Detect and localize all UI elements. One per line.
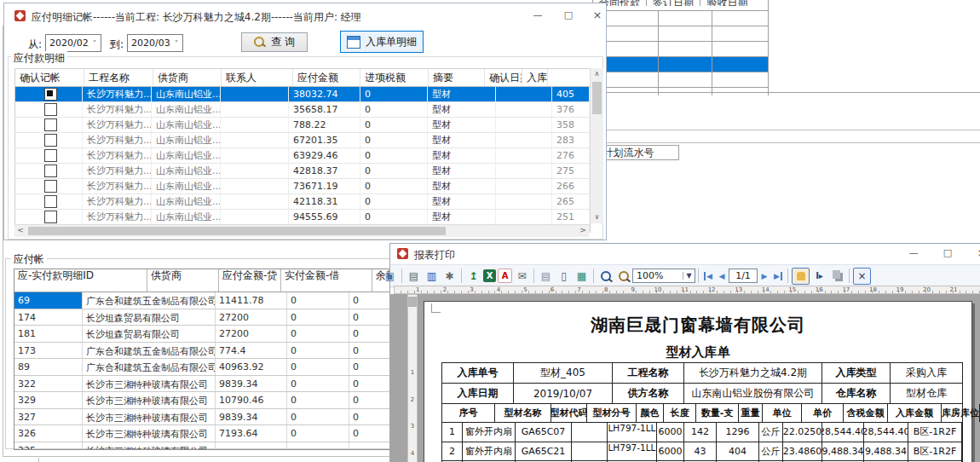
vertical-scrollbar[interactable]: ∧ ∨	[590, 68, 603, 223]
horizontal-scrollbar[interactable]: < >	[14, 224, 589, 237]
zoom-in-icon[interactable]	[597, 269, 614, 284]
report-print-titlebar[interactable]: 报表打印 — □ ×	[390, 244, 980, 264]
contract-table-row[interactable]	[593, 11, 768, 26]
separator[interactable]	[401, 269, 402, 283]
payable-detail-row[interactable]: 长沙万科魅力... 山东南山铝业... 35658.17 0 型材 376	[15, 102, 590, 118]
last-page-button[interactable]: ▶	[772, 269, 784, 284]
payable-account-row[interactable]: 89 广东合和建筑五金制品有限公司 40963.92 0 0	[14, 359, 441, 376]
payable-detail-titlebar[interactable]: 应付明细记帐------当前工程: 长沙万科魅力之城4.2期------当前用户…	[4, 3, 606, 27]
zoom-out-icon[interactable]	[615, 269, 631, 284]
payable-account-row[interactable]: 174 长沙坦森贸易有限公司 27200 0 0	[14, 309, 441, 326]
single-page-view-icon[interactable]: ▯	[556, 269, 572, 284]
payable-detail-row[interactable]: 长沙万科魅力... 山东南山铝业... 67201.35 0 型材 283	[15, 133, 590, 148]
query-button[interactable]: 查 询	[241, 32, 308, 52]
payable-detail-row[interactable]: 长沙万科魅力... 山东南山铝业... 94555.69 0 型材 251	[15, 210, 590, 225]
column-header[interactable]: 供货商	[147, 269, 219, 292]
confirm-checkbox[interactable]	[44, 88, 57, 101]
column-header[interactable]: 进项税额	[360, 69, 429, 86]
payable-account-row[interactable]: 173 广东合和建筑五金制品有限公司 774.4 0 0	[14, 343, 441, 360]
pdf-export-icon[interactable]: A	[498, 269, 512, 283]
scrollbar-thumb[interactable]	[28, 227, 446, 235]
payable-detail-row[interactable]: 长沙万科魅力... 山东南山铝业... 42118.31 0 型材 265	[15, 194, 590, 210]
payable-account-row[interactable]: 329 长沙市三湘特种玻璃有限公司 10790.46 0 0	[14, 392, 441, 409]
maximize-button[interactable]: □	[941, 246, 954, 260]
app-logo-icon	[397, 248, 408, 259]
close-button[interactable]: ×	[591, 9, 604, 22]
payable-detail-row[interactable]: 长沙万科魅力... 山东南山铝业... 38032.74 0 型材 405	[15, 87, 590, 102]
minimize-button[interactable]: —	[531, 9, 545, 22]
column-header[interactable]: 联系人	[222, 69, 293, 86]
confirm-checkbox[interactable]	[44, 149, 57, 162]
confirm-checkbox[interactable]	[44, 118, 57, 131]
separator[interactable]	[461, 269, 462, 283]
prev-page-button[interactable]: ◀	[716, 269, 728, 284]
hand-tool-icon[interactable]	[792, 268, 810, 285]
text-select-tool-icon[interactable]: I▸	[811, 269, 827, 284]
chevron-down-icon[interactable]: ˅	[170, 39, 182, 48]
close-preview-icon[interactable]: ×	[853, 268, 871, 285]
payable-detail-row[interactable]: 长沙万科魅力... 山东南山铝业... 42818.37 0 型材 275	[15, 164, 590, 179]
confirm-checkbox[interactable]	[44, 165, 57, 177]
scroll-left-icon[interactable]: <	[14, 225, 26, 237]
scroll-up-icon[interactable]: ∧	[591, 68, 603, 80]
print-setup-icon[interactable]: ▤	[538, 269, 554, 284]
page-number-field[interactable]: 1/1	[729, 269, 758, 283]
column-header[interactable]: 应-实付款明细ID	[14, 269, 147, 292]
column-header[interactable]: 应付金额	[293, 69, 360, 86]
page-setup-icon[interactable]: ▥	[424, 269, 440, 284]
contract-table-row[interactable]	[593, 26, 768, 42]
column-header[interactable]: 入库	[522, 69, 548, 86]
payable-account-row[interactable]: 325 长沙市三湘特种玻璃有限公司	[14, 442, 441, 449]
separator[interactable]	[593, 269, 594, 283]
payable-account-row[interactable]: 322 长沙市三湘特种玻璃有限公司 9839.34 0 0	[14, 376, 441, 393]
column-header[interactable]: 摘要	[429, 69, 485, 86]
close-button[interactable]: ×	[975, 246, 980, 260]
payable-detail-row[interactable]: 长沙万科魅力... 山东南山铝业... 73671.19 0 型材 266	[15, 179, 590, 194]
confirm-checkbox[interactable]	[44, 180, 57, 193]
column-header[interactable]: 确认记帐	[15, 69, 84, 86]
confirm-checkbox[interactable]	[44, 211, 57, 223]
payable-account-row[interactable]: 181 长沙坦森贸易有限公司 27200 0 0	[14, 326, 441, 343]
confirm-checkbox[interactable]	[44, 134, 57, 147]
maximize-button[interactable]: □	[562, 9, 575, 22]
print-icon[interactable]: ▤	[406, 269, 422, 284]
chevron-down-icon[interactable]: ˅	[89, 39, 101, 48]
column-header[interactable]: 供货商	[153, 69, 222, 86]
contract-table-row[interactable]	[593, 42, 768, 57]
excel-export-icon[interactable]: X	[483, 269, 496, 282]
preview-pane-icon[interactable]: ▣	[382, 269, 398, 284]
contract-table-row[interactable]	[593, 57, 768, 72]
payable-detail-row[interactable]: 长沙万科魅力... 山东南山铝业... 63929.46 0 型材 276	[15, 148, 590, 164]
export-icon[interactable]: ↥	[465, 269, 481, 284]
zoom-select[interactable]: 100% ▼	[632, 269, 695, 283]
next-page-button[interactable]: ▶	[758, 269, 770, 284]
scroll-right-icon[interactable]: >	[577, 225, 589, 237]
confirm-checkbox[interactable]	[44, 103, 57, 116]
from-date-combo[interactable]: 2020/02/29 ˅	[45, 34, 101, 52]
minimize-button[interactable]: —	[907, 246, 920, 260]
payable-detail-row[interactable]: 长沙万科魅力... 山东南山铝业... 788.22 0 型材 358	[15, 118, 590, 133]
contract-table-row[interactable]	[593, 88, 768, 95]
chevron-down-icon[interactable]: ▼	[683, 272, 695, 280]
column-header[interactable]: 应付金额-贷	[219, 269, 281, 292]
report-preview-area[interactable]: 1 2 3 4 5 湖南巨晟门窗幕墙有限公司 型材入库单 入库单号 型材_405…	[390, 294, 980, 462]
inbound-detail-button[interactable]: 入库单明细	[340, 31, 424, 53]
properties-icon[interactable]: ✱	[441, 269, 458, 284]
scroll-down-icon[interactable]: ∨	[591, 211, 603, 223]
copy-icon[interactable]	[829, 269, 845, 284]
payable-account-row[interactable]: 326 长沙市三湘特种玻璃有限公司 7193.64 0 0	[14, 425, 441, 442]
payable-account-row[interactable]: 327 长沙市三湘特种玻璃有限公司 9839.34 0 0	[14, 409, 441, 426]
ruler-number: 21	[932, 286, 960, 293]
payable-account-row[interactable]: 69 广东合和建筑五金制品有限公司 11411.78 0 0	[14, 292, 441, 309]
mail-icon[interactable]: ✉	[514, 269, 530, 284]
scrollbar-thumb[interactable]	[592, 82, 602, 114]
column-header[interactable]: 工程名称	[84, 69, 153, 86]
confirm-checkbox[interactable]	[44, 195, 57, 208]
to-date-combo[interactable]: 2020/03/31 ˅	[127, 34, 183, 52]
column-header[interactable]: 实付金额-借	[281, 269, 372, 292]
first-page-button[interactable]: ◀	[702, 269, 714, 284]
contract-table-row[interactable]	[593, 72, 768, 88]
column-header[interactable]: 确认日期	[485, 69, 522, 86]
separator[interactable]	[533, 269, 534, 283]
multi-page-view-icon[interactable]: ▦	[574, 269, 590, 284]
